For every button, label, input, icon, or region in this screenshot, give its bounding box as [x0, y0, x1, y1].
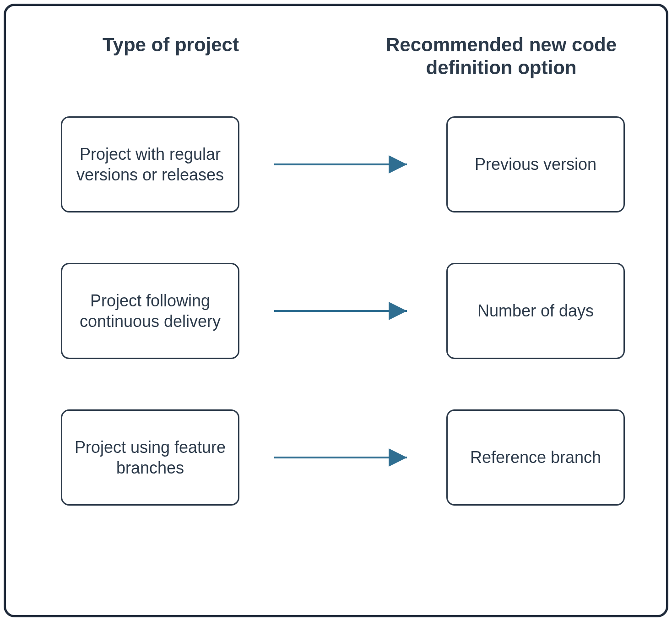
diagram-frame: Type of project Recommended new code def…	[4, 4, 668, 617]
arrow-icon	[239, 409, 446, 506]
mapping-row: Project with regular versions or release…	[47, 116, 625, 212]
recommended-option-box: Number of days	[446, 263, 625, 359]
mapping-row: Project following continuous delivery Nu…	[47, 263, 625, 359]
header-type-of-project: Type of project	[75, 33, 267, 56]
project-type-box: Project following continuous delivery	[61, 263, 239, 359]
header-recommended-option: Recommended new code definition option	[382, 33, 620, 80]
project-type-box: Project with regular versions or release…	[61, 116, 239, 212]
column-headers: Type of project Recommended new code def…	[47, 33, 625, 80]
mapping-row: Project using feature branches Reference…	[47, 409, 625, 506]
arrow-icon	[239, 263, 446, 359]
recommended-option-box: Reference branch	[446, 409, 625, 506]
project-type-box: Project using feature branches	[61, 409, 239, 506]
recommended-option-box: Previous version	[446, 116, 625, 212]
arrow-icon	[239, 116, 446, 212]
